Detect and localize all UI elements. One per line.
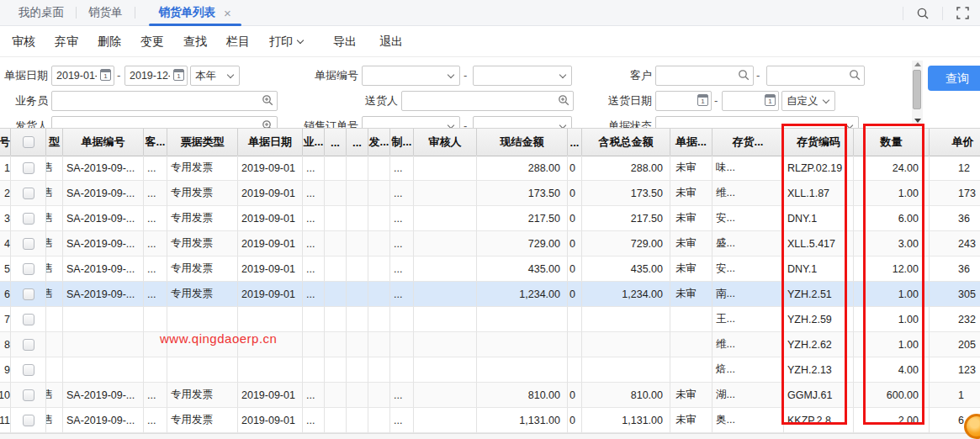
bill-no-to-input[interactable] (473, 66, 572, 86)
search-icon[interactable] (912, 3, 934, 24)
tab-my-desktop[interactable]: 我的桌面 (7, 0, 76, 26)
cell-cb[interactable] (11, 332, 46, 357)
row-checkbox[interactable] (23, 288, 34, 300)
scroll-down-arrow-icon[interactable] (914, 119, 921, 123)
column-header-e2[interactable]: ... (347, 129, 368, 156)
search-icon[interactable] (849, 69, 861, 85)
row-checkbox[interactable] (23, 314, 34, 325)
column-header-status[interactable]: 单据... (670, 129, 712, 156)
row-checkbox[interactable] (23, 213, 34, 225)
row-checkbox[interactable] (23, 389, 34, 401)
column-header-cash[interactable]: 现结金额 (477, 129, 568, 156)
delete-button[interactable]: 删除 (90, 34, 129, 50)
table-row[interactable]: 9焙...YZH.2.134.00123 (0, 357, 980, 383)
column-header-maker[interactable]: 制... (390, 129, 414, 156)
unaudit-button[interactable]: 弃审 (47, 34, 86, 50)
cell-cb[interactable] (11, 257, 46, 282)
calendar-icon[interactable] (100, 69, 111, 81)
filter-scrollbar[interactable] (912, 61, 923, 125)
column-header-price[interactable]: 单价 (930, 129, 980, 156)
export-button[interactable]: 导出 (326, 34, 364, 50)
cell-cb[interactable] (11, 206, 46, 231)
cell-cb[interactable] (11, 357, 46, 383)
cell-invoice_type: 专用发票 (167, 156, 238, 181)
column-header-invoice_type[interactable]: 票据类型 (167, 129, 238, 156)
scroll-up-arrow-icon[interactable] (914, 62, 921, 66)
find-button[interactable]: 查找 (176, 34, 215, 50)
cell-cb[interactable] (11, 156, 46, 181)
print-button[interactable]: 打印 (262, 34, 310, 50)
table-row[interactable]: 5售SA-2019-09-......专用发票2019-09-01......4… (0, 257, 980, 282)
cell-cb[interactable] (11, 282, 46, 307)
table-row[interactable]: 8维...YZH.2.621.00205 (0, 332, 980, 357)
column-header-qty[interactable]: 数量 (854, 129, 930, 156)
column-header-e3[interactable]: 发... (368, 129, 390, 156)
select-all-checkbox[interactable] (23, 136, 34, 148)
tab-sales-invoice[interactable]: 销货单 (77, 0, 135, 26)
cell-cb[interactable] (11, 408, 46, 433)
scrollbar-thumb[interactable] (913, 70, 921, 109)
column-header-no[interactable]: 序号 (0, 129, 11, 156)
column-header-total[interactable]: 含税总金额 (582, 129, 670, 156)
calendar-icon[interactable] (765, 94, 776, 106)
cell-bill_no (63, 332, 144, 357)
table-row[interactable]: 3售SA-2019-09-......专用发票2019-09-01......2… (0, 206, 980, 231)
row-checkbox[interactable] (23, 339, 34, 351)
salesman-input[interactable] (51, 91, 278, 111)
column-header-type[interactable]: 型 (46, 129, 63, 156)
cell-customer (144, 357, 167, 383)
table-row[interactable]: 1售SA-2019-09-......专用发票2019-09-01......2… (0, 156, 980, 181)
column-header-salesman[interactable]: 业... (303, 129, 325, 156)
row-checkbox[interactable] (23, 263, 34, 275)
search-plus-icon[interactable] (558, 94, 570, 110)
cell-cb[interactable] (11, 231, 46, 257)
search-plus-icon[interactable] (262, 94, 274, 110)
calendar-icon[interactable] (173, 69, 184, 81)
cell-cb[interactable] (11, 307, 46, 332)
bill-no-to-select[interactable] (473, 66, 572, 86)
exit-button[interactable]: 退出 (372, 34, 411, 50)
row-checkbox[interactable] (23, 238, 34, 250)
column-header-cb[interactable] (11, 129, 46, 156)
calendar-icon[interactable] (697, 94, 708, 106)
cell-item_name: 味... (712, 156, 784, 181)
bill-no-from-select[interactable] (362, 66, 460, 86)
column-header-item_name[interactable]: 存货... (712, 129, 784, 156)
row-checkbox[interactable] (23, 415, 34, 426)
audit-button[interactable]: 审核 (4, 34, 43, 50)
column-header-trunc[interactable]: ... (568, 129, 582, 156)
table-row[interactable]: 4售SA-2019-09-......专用发票2019-09-01......7… (0, 231, 980, 257)
table-header-row: 序号型单据编号客...票据类型单据日期业.........发...制...审核人… (0, 128, 980, 156)
column-header-bill_no[interactable]: 单据编号 (63, 129, 144, 156)
cell-invoice_type: 专用发票 (167, 282, 238, 307)
table-row[interactable]: 7王...YZH.2.591.00232 (0, 307, 980, 332)
deliverer-input[interactable] (401, 91, 574, 111)
column-header-item_code[interactable]: 存货编码 (784, 129, 854, 156)
delivery-date-preset-select[interactable] (781, 91, 835, 111)
column-header-e1[interactable]: ... (325, 129, 347, 156)
cell-cb[interactable] (11, 181, 46, 206)
table-row[interactable]: 10售SA-2019-09-......专用发票2019-09-01......… (0, 383, 980, 408)
date-preset-select[interactable] (190, 66, 240, 86)
query-button[interactable]: 查询 (928, 66, 980, 91)
column-header-customer[interactable]: 客... (144, 129, 167, 156)
horizontal-scroll-area[interactable] (0, 433, 980, 439)
fullscreen-icon[interactable] (951, 3, 973, 24)
search-icon[interactable] (738, 69, 750, 85)
table-row[interactable]: 2售SA-2019-09-......专用发票2019-09-01......1… (0, 181, 980, 206)
row-checkbox[interactable] (23, 188, 34, 199)
column-header-bill_date[interactable]: 单据日期 (238, 129, 303, 156)
column-header-auditor[interactable]: 审核人 (414, 129, 477, 156)
cell-cb[interactable] (11, 383, 46, 408)
tab-sales-invoice-list[interactable]: 销货单列表 × (147, 0, 243, 26)
cell-qty: 24.00 (854, 156, 930, 181)
table-row[interactable]: 6售SA-2019-09-......专用发票2019-09-01......1… (0, 282, 980, 307)
close-icon[interactable]: × (224, 6, 231, 20)
row-checkbox[interactable] (23, 364, 34, 376)
change-button[interactable]: 变更 (133, 34, 172, 50)
bill-no-from-input[interactable] (362, 66, 460, 86)
columns-button[interactable]: 栏目 (219, 34, 257, 50)
row-checkbox[interactable] (23, 162, 34, 174)
table-row[interactable]: 11售SA-2019-09-......专用发票2019-09-01......… (0, 408, 980, 433)
cell-e3 (368, 156, 390, 181)
